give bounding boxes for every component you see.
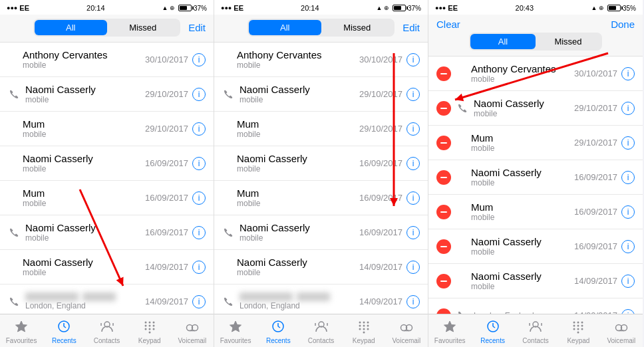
info-button[interactable]: i (406, 226, 420, 239)
call-item[interactable]: Mum mobile 29/10/2017 i (428, 126, 643, 160)
segment-missed[interactable]: Missed (536, 34, 601, 49)
call-item[interactable]: Naomi Casserly mobile 14/09/2017 i (214, 250, 428, 285)
call-item[interactable]: Naomi Casserly mobile 29/10/2017 i (0, 77, 214, 112)
info-button[interactable]: i (621, 171, 635, 184)
tab-contacts[interactable]: Contacts (299, 317, 342, 346)
info-button[interactable]: i (621, 136, 635, 150)
call-item[interactable]: Naomi Casserly mobile 16/09/2017 i (428, 160, 643, 195)
tab-recents[interactable]: Recents (257, 317, 299, 346)
call-item[interactable]: Naomi Casserly mobile 16/09/2017 i (214, 215, 428, 250)
info-button[interactable]: i (192, 88, 206, 101)
edit-button[interactable]: Edit (400, 22, 420, 33)
done-button[interactable]: Done (611, 19, 635, 30)
info-button[interactable]: i (192, 226, 206, 239)
info-button[interactable]: i (406, 53, 420, 66)
info-button[interactable]: i (192, 261, 206, 274)
call-item[interactable]: Mum mobile 29/10/2017 i (0, 112, 214, 146)
info-button[interactable]: i (406, 261, 420, 274)
info-button[interactable]: i (406, 295, 420, 308)
edit-button[interactable]: Edit (186, 22, 206, 33)
missed-call-icon (222, 227, 234, 239)
tab-voicemail[interactable]: Voicemail (600, 317, 643, 346)
info-button[interactable]: i (621, 240, 635, 253)
call-item-left: Mum mobile (8, 118, 145, 139)
info-button[interactable]: i (406, 157, 420, 170)
call-item-left: Mum mobile (436, 132, 574, 153)
delete-circle[interactable] (436, 239, 451, 254)
status-indicators: ▲ ⊕ 37% (377, 5, 421, 12)
tab-keypad[interactable]: Keypad (557, 317, 599, 346)
info-button[interactable]: i (406, 88, 420, 101)
keypad-label: Keypad (567, 337, 589, 344)
call-item[interactable]: Naomi Casserly mobile 14/09/2017 i (0, 250, 214, 285)
header: Clear Done All Missed (428, 15, 643, 57)
segment-all[interactable]: All (35, 20, 107, 35)
info-button[interactable]: i (621, 205, 635, 219)
call-date: 14/09/2017 (359, 296, 402, 306)
call-item[interactable]: Anthony Cervantes mobile 30/10/2017 i (214, 43, 428, 77)
call-item[interactable]: Naomi Casserly mobile 16/09/2017 i (214, 146, 428, 181)
tab-recents[interactable]: Recents (471, 317, 514, 346)
info-button[interactable]: i (621, 275, 635, 288)
voicemail-label: Voicemail (607, 337, 635, 344)
call-item[interactable]: Anthony Cervantes mobile 30/10/2017 i (0, 43, 214, 77)
tab-favourites[interactable]: Favourites (214, 317, 257, 346)
delete-circle[interactable] (436, 205, 451, 219)
segment-all[interactable]: All (249, 20, 321, 35)
info-button[interactable]: i (406, 122, 420, 136)
svg-point-55 (577, 324, 579, 326)
info-button[interactable]: i (621, 102, 635, 115)
missed-call-icon (456, 102, 468, 114)
call-item[interactable]: Mum mobile 16/09/2017 i (214, 181, 428, 215)
info-button[interactable]: i (406, 191, 420, 205)
delete-circle[interactable] (436, 136, 451, 150)
delete-circle[interactable] (436, 101, 451, 116)
info-button[interactable]: i (621, 309, 635, 314)
tab-voicemail[interactable]: Voicemail (171, 317, 214, 346)
info-button[interactable]: i (621, 67, 635, 80)
delete-circle[interactable] (436, 170, 451, 185)
call-item[interactable]: Naomi Casserly mobile 16/09/2017 i (0, 215, 214, 250)
call-item[interactable]: Mum mobile 29/10/2017 i (214, 112, 428, 146)
call-item[interactable]: Naomi Casserly mobile 14/09/2017 i (428, 264, 643, 298)
missed-call-icon (456, 310, 468, 314)
call-item[interactable]: Mum mobile 16/09/2017 i (428, 195, 643, 229)
call-name: Naomi Casserly (240, 84, 359, 95)
delete-circle[interactable] (436, 274, 451, 289)
svg-point-59 (581, 328, 583, 330)
call-type: mobile (23, 199, 145, 208)
delete-circle[interactable] (436, 66, 451, 81)
call-item[interactable]: Naomi Casserly mobile 29/10/2017 i (428, 91, 643, 126)
clear-button[interactable]: Clear (436, 19, 460, 30)
call-item[interactable]: London, England 14/09/2017 i (0, 285, 214, 314)
tab-keypad[interactable]: Keypad (343, 317, 385, 346)
info-button[interactable]: i (192, 122, 206, 136)
info-button[interactable]: i (192, 53, 206, 66)
call-item-left: Naomi Casserly mobile (8, 257, 145, 277)
call-item[interactable]: Mum mobile 16/09/2017 i (0, 181, 214, 215)
status-time: 20:14 (86, 4, 105, 12)
call-item[interactable]: London, England 14/09/2017 i (428, 298, 643, 314)
info-button[interactable]: i (192, 295, 206, 308)
call-item[interactable]: Anthony Cervantes mobile 30/10/2017 i (428, 57, 643, 91)
tab-contacts[interactable]: Contacts (514, 317, 557, 346)
info-button[interactable]: i (192, 157, 206, 170)
tab-favourites[interactable]: Favourites (0, 317, 43, 346)
tab-recents[interactable]: Recents (43, 317, 85, 346)
tab-voicemail[interactable]: Voicemail (385, 317, 428, 346)
call-item[interactable]: London, England 14/09/2017 i (214, 285, 428, 314)
delete-circle[interactable] (436, 308, 451, 314)
tab-contacts[interactable]: Contacts (85, 317, 128, 346)
tab-keypad[interactable]: Keypad (128, 317, 171, 346)
call-item[interactable]: Naomi Casserly mobile 29/10/2017 i (214, 77, 428, 112)
svg-point-60 (577, 331, 579, 333)
call-item[interactable]: Naomi Casserly mobile 16/09/2017 i (428, 229, 643, 264)
segment-missed[interactable]: Missed (321, 20, 394, 35)
info-button[interactable]: i (192, 191, 206, 205)
segment-all[interactable]: All (470, 34, 536, 49)
call-item[interactable]: Naomi Casserly mobile 16/09/2017 i (0, 146, 214, 181)
svg-point-51 (573, 321, 575, 323)
segment-missed[interactable]: Missed (107, 20, 180, 35)
svg-point-35 (359, 328, 361, 330)
tab-favourites[interactable]: Favourites (428, 317, 471, 346)
